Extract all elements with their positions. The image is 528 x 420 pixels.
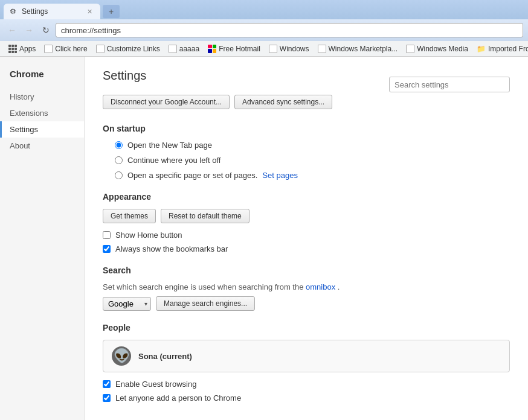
- forward-button[interactable]: →: [22, 23, 36, 37]
- apps-icon: [8, 45, 17, 53]
- bookmark-windows[interactable]: Windows: [265, 43, 313, 54]
- show-home-label: Show Home button: [115, 231, 182, 240]
- set-pages-link[interactable]: Set pages: [262, 171, 298, 180]
- bookmarks-bar: Apps Click here Customize Links aaaaa F: [0, 41, 528, 57]
- search-desc-end: .: [338, 282, 340, 291]
- on-startup-section: On startup Open the New Tab page Continu…: [103, 124, 510, 180]
- bookmarks-bar-option: Always show the bookmarks bar: [103, 244, 510, 253]
- let-anyone-add-label: Let anyone add a person to Chrome: [115, 393, 241, 402]
- disconnect-google-button[interactable]: Disconnect your Google Account...: [103, 95, 230, 109]
- page-icon: [96, 45, 105, 53]
- new-tab-button[interactable]: +: [103, 5, 120, 18]
- get-themes-button[interactable]: Get themes: [103, 209, 156, 223]
- page-icon: [318, 45, 326, 53]
- settings-tab[interactable]: ⚙ Settings ✕: [4, 4, 100, 19]
- sidebar-item-history[interactable]: History: [0, 89, 84, 105]
- page-icon: [44, 45, 53, 53]
- bookmark-free-hotmail[interactable]: Free Hotmail: [204, 43, 264, 54]
- bookmark-click-here[interactable]: Click here: [40, 43, 91, 54]
- startup-continue-label: Continue where you left off: [127, 156, 221, 165]
- current-user-name: Sona (current): [138, 352, 192, 361]
- reset-theme-button[interactable]: Reset to default theme: [161, 209, 250, 223]
- search-description: Set which search engine is used when sea…: [103, 282, 510, 291]
- appearance-header: Appearance: [103, 192, 510, 202]
- startup-new-tab-radio[interactable]: [115, 141, 123, 149]
- search-settings-input[interactable]: [389, 77, 510, 92]
- let-anyone-add-checkbox[interactable]: [103, 394, 111, 402]
- sidebar-title: Chrome: [0, 69, 84, 89]
- bookmark-customize-links[interactable]: Customize Links: [92, 43, 164, 54]
- back-button[interactable]: ←: [5, 23, 19, 37]
- bookmark-aaaaa[interactable]: aaaaa: [165, 43, 203, 54]
- on-startup-header: On startup: [103, 124, 510, 133]
- main-area: Chrome History Extensions Settings About…: [0, 57, 528, 420]
- search-engine-select[interactable]: Google Bing Yahoo! Ask.com AOL: [103, 297, 151, 311]
- address-bar[interactable]: [56, 23, 523, 37]
- bookmark-windows-media[interactable]: Windows Media: [402, 43, 472, 54]
- bookmarks-bar-checkbox[interactable]: [103, 245, 111, 253]
- page-icon: [406, 45, 414, 53]
- startup-continue-radio[interactable]: [115, 156, 123, 164]
- sidebar-item-settings[interactable]: Settings: [0, 121, 84, 138]
- startup-new-tab-label: Open the New Tab page: [127, 141, 212, 150]
- startup-option-new-tab: Open the New Tab page: [103, 141, 510, 150]
- search-engine-select-wrapper: Google Bing Yahoo! Ask.com AOL: [103, 297, 151, 311]
- bookmark-imported[interactable]: 📁 Imported Fro: [473, 43, 528, 54]
- avatar: 👽: [112, 346, 131, 366]
- sidebar: Chrome History Extensions Settings About: [0, 57, 85, 420]
- enable-guest-checkbox[interactable]: [103, 380, 111, 388]
- tab-close-button[interactable]: ✕: [85, 7, 94, 16]
- settings-tab-title: Settings: [22, 7, 48, 16]
- bookmarks-bar-label: Always show the bookmarks bar: [115, 244, 228, 253]
- msn-icon: [208, 45, 216, 53]
- settings-tab-icon: ⚙: [10, 7, 18, 16]
- sync-buttons-row: Disconnect your Google Account... Advanc…: [103, 95, 510, 109]
- navigation-bar: ← → ↻: [0, 19, 528, 41]
- folder-icon: 📁: [477, 45, 486, 53]
- search-section: Search Set which search engine is used w…: [103, 266, 510, 311]
- people-header: People: [103, 323, 510, 332]
- advanced-sync-button[interactable]: Advanced sync settings...: [234, 95, 332, 109]
- appearance-buttons-row: Get themes Reset to default theme: [103, 209, 510, 223]
- bookmark-apps[interactable]: Apps: [5, 43, 39, 54]
- avatar-emoji: 👽: [114, 348, 130, 364]
- enable-guest-label: Enable Guest browsing: [115, 380, 196, 389]
- appearance-section: Appearance Get themes Reset to default t…: [103, 192, 510, 253]
- show-home-option: Show Home button: [103, 231, 510, 240]
- startup-option-specific: Open a specific page or set of pages. Se…: [103, 171, 510, 180]
- enable-guest-option: Enable Guest browsing: [103, 380, 510, 389]
- show-home-checkbox[interactable]: [103, 231, 111, 239]
- startup-specific-radio[interactable]: [115, 171, 123, 179]
- bookmark-windows-marketplace[interactable]: Windows Marketpla...: [314, 43, 402, 54]
- startup-specific-label: Open a specific page or set of pages.: [127, 171, 257, 180]
- search-header: Search: [103, 266, 510, 275]
- let-anyone-add-option: Let anyone add a person to Chrome: [103, 393, 510, 402]
- page-icon: [269, 45, 277, 53]
- people-section: People 👽 Sona (current) Enable Guest bro…: [103, 323, 510, 402]
- omnibox-link[interactable]: omnibox: [306, 282, 335, 291]
- manage-search-engines-button[interactable]: Manage search engines...: [156, 296, 255, 311]
- page-icon: [169, 45, 177, 53]
- content-area: Settings Disconnect your Google Account.…: [85, 57, 528, 420]
- sidebar-item-extensions[interactable]: Extensions: [0, 105, 84, 121]
- search-desc-text: Set which search engine is used when sea…: [103, 282, 303, 291]
- search-engine-row: Google Bing Yahoo! Ask.com AOL Manage se…: [103, 296, 510, 311]
- sidebar-item-about[interactable]: About: [0, 138, 84, 154]
- current-user-card[interactable]: 👽 Sona (current): [103, 340, 510, 372]
- reload-button[interactable]: ↻: [39, 23, 53, 37]
- startup-option-continue: Continue where you left off: [103, 156, 510, 165]
